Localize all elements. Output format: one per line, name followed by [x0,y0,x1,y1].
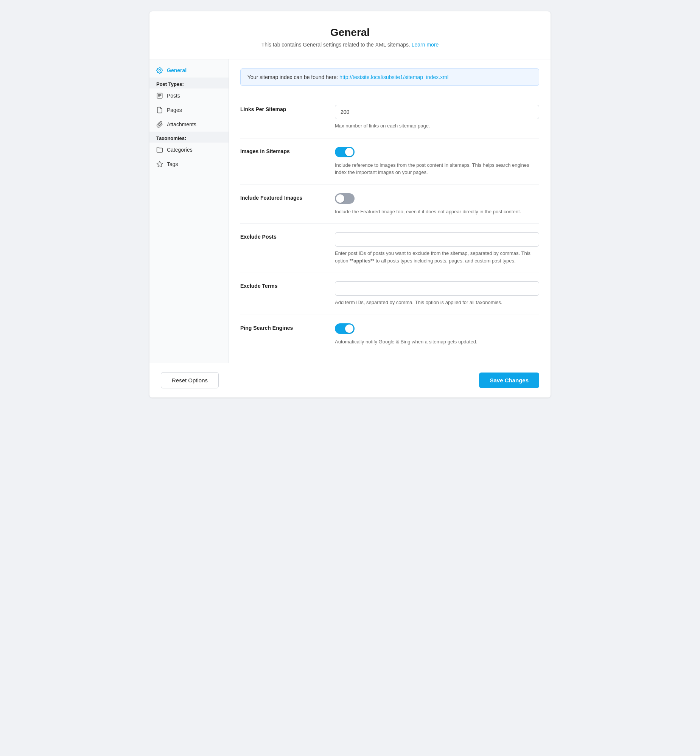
sitemap-index-link[interactable]: http://testsite.local/subsite1/sitemap_i… [339,74,448,80]
sidebar-general-label: General [167,67,186,73]
page-title: General [161,26,539,39]
pages-icon [156,107,163,114]
settings-content: Your sitemap index can be found here: ht… [229,59,550,363]
page-header: General This tab contains General settin… [150,11,550,59]
setting-include-featured-images: Include Featured Images Include the Feat… [240,185,539,224]
setting-links-per-sitemap: Links Per Sitemap Max number of links on… [240,97,539,139]
sidebar-posts-label: Posts [167,93,180,99]
sidebar-attachments-label: Attachments [167,122,196,128]
exclude-posts-label: Exclude Posts [240,234,277,240]
sidebar-item-tags[interactable]: Tags [150,157,228,171]
reset-options-button[interactable]: Reset Options [161,372,219,388]
images-in-sitemaps-description: Include reference to images from the pos… [335,162,539,176]
sidebar: General Post Types: Posts [150,59,229,363]
setting-ping-search-engines: Ping Search Engines Automatically notify… [240,315,539,354]
exclude-terms-label: Exclude Terms [240,283,278,289]
sidebar-post-types-label: Post Types: [150,78,228,89]
exclude-terms-description: Add term IDs, separated by comma. This o… [335,299,539,306]
sidebar-item-general[interactable]: General [150,63,228,78]
ping-search-engines-label: Ping Search Engines [240,325,293,331]
tags-icon [156,161,163,168]
learn-more-link[interactable]: Learn more [412,42,439,48]
include-featured-images-toggle[interactable] [335,193,355,204]
attachments-icon [156,121,163,128]
exclude-posts-description: Enter post IDs of posts you want to excl… [335,249,539,264]
exclude-posts-input[interactable] [335,232,539,246]
setting-exclude-terms: Exclude Terms Add term IDs, separated by… [240,273,539,315]
page-description: This tab contains General settings relat… [161,42,539,48]
images-in-sitemaps-label: Images in Sitemaps [240,148,290,154]
sidebar-item-posts[interactable]: Posts [150,89,228,103]
svg-marker-5 [157,162,163,167]
ping-search-engines-toggle[interactable] [335,323,355,334]
main-layout: General Post Types: Posts [150,59,550,363]
sidebar-item-categories[interactable]: Categories [150,143,228,157]
categories-icon [156,147,163,153]
sidebar-pages-label: Pages [167,107,182,113]
include-featured-images-description: Include the Featured Image too, even if … [335,208,539,215]
images-in-sitemaps-toggle[interactable] [335,147,355,157]
links-per-sitemap-description: Max number of links on each sitemap page… [335,122,539,130]
sidebar-categories-label: Categories [167,147,192,153]
gear-icon [156,67,163,74]
toggle-knob-3 [345,324,353,333]
links-per-sitemap-label: Links Per Sitemap [240,106,286,112]
sidebar-item-pages[interactable]: Pages [150,103,228,117]
setting-exclude-posts: Exclude Posts Enter post IDs of posts yo… [240,224,539,273]
posts-icon [156,92,163,99]
sidebar-tags-label: Tags [167,161,178,167]
svg-point-0 [159,70,161,72]
toggle-knob [345,148,353,156]
include-featured-images-label: Include Featured Images [240,195,302,201]
sidebar-taxonomies-label: Taxonomies: [150,132,228,143]
toggle-knob-2 [336,194,344,203]
info-banner: Your sitemap index can be found here: ht… [240,69,539,86]
exclude-terms-input[interactable] [335,281,539,296]
page-footer: Reset Options Save Changes [150,363,550,397]
sidebar-item-attachments[interactable]: Attachments [150,117,228,132]
links-per-sitemap-input[interactable] [335,105,539,119]
setting-images-in-sitemaps: Images in Sitemaps Include reference to … [240,139,539,185]
main-card: General This tab contains General settin… [150,11,550,397]
info-banner-text: Your sitemap index can be found here: [247,74,339,80]
ping-search-engines-description: Automatically notify Google & Bing when … [335,338,539,346]
save-changes-button[interactable]: Save Changes [479,373,539,388]
